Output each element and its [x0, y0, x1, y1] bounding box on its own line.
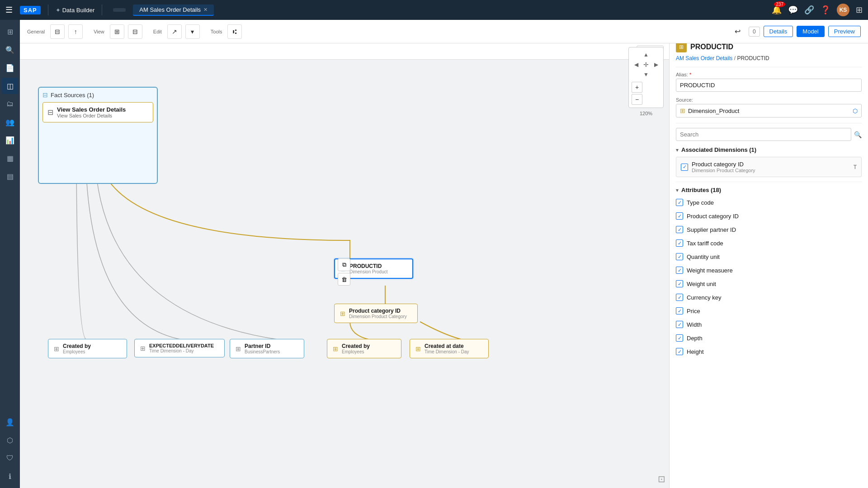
- source-field-text: Dimension_Product: [688, 108, 850, 114]
- grid-view-btn[interactable]: ⊟: [128, 24, 142, 39]
- attr-item[interactable]: ✓ Width: [676, 319, 862, 330]
- details-btn[interactable]: Details: [764, 26, 793, 37]
- attr-checkbox[interactable]: ✓: [676, 321, 683, 328]
- attr-item[interactable]: ✓ Price: [676, 305, 862, 316]
- partner-id-node[interactable]: ⊞ Partner ID BusinessPartners: [230, 339, 304, 358]
- sidebar-icon-home[interactable]: ⊞: [2, 23, 18, 40]
- breadcrumb-parent[interactable]: AM Sales Order Details: [676, 55, 732, 61]
- zero-badge[interactable]: 0: [749, 27, 760, 37]
- export-dropdown-btn[interactable]: ▾: [185, 24, 200, 39]
- attr-checkbox[interactable]: ✓: [676, 226, 683, 233]
- alias-field-row: Alias: *: [676, 72, 862, 92]
- sidebar-icon-info[interactable]: ℹ: [2, 468, 18, 484]
- attr-checkbox[interactable]: ✓: [676, 199, 683, 206]
- assoc-t-btn[interactable]: T: [854, 164, 857, 170]
- hamburger-menu[interactable]: ☰: [5, 5, 13, 15]
- product-category-node[interactable]: ⊞ Product category ID Dimension Product …: [334, 304, 418, 323]
- assoc-dimensions-section[interactable]: ▾ Associated Dimensions (1): [676, 146, 862, 153]
- minimap-icon[interactable]: ⊡: [658, 474, 665, 484]
- attr-checkbox[interactable]: ✓: [676, 253, 683, 260]
- topbar-active-tab[interactable]: AM Sales Order Details ✕: [133, 5, 214, 16]
- attr-item[interactable]: ✓ Type code: [676, 197, 862, 208]
- view-sales-order-card[interactable]: ⊟ View Sales Order Details View Sales Or…: [42, 102, 153, 122]
- zoom-out-btn[interactable]: −: [632, 94, 642, 105]
- attr-item[interactable]: ✓ Quantity unit: [676, 251, 862, 262]
- created-by2-title: Created by: [342, 343, 370, 349]
- sidebar-icon-db[interactable]: ◫: [2, 78, 18, 94]
- attr-checkbox[interactable]: ✓: [676, 348, 683, 355]
- user-avatar[interactable]: KS: [837, 4, 849, 16]
- assoc-checkbox[interactable]: ✓: [681, 164, 688, 171]
- alias-input[interactable]: [676, 79, 862, 92]
- assoc-item[interactable]: ✓ Product category ID Dimension Product …: [676, 157, 862, 177]
- nav-right[interactable]: ▶: [651, 60, 660, 69]
- preview-btn[interactable]: Preview: [828, 26, 861, 37]
- attr-item[interactable]: ✓ Currency key: [676, 292, 862, 303]
- attr-item[interactable]: ✓ Height: [676, 346, 862, 357]
- sidebar-icon-grid2[interactable]: ▦: [2, 150, 18, 166]
- sidebar-icon-users[interactable]: 👥: [2, 114, 18, 130]
- sidebar-icon-chart[interactable]: 📊: [2, 132, 18, 148]
- attr-checkbox[interactable]: ✓: [676, 294, 683, 301]
- export-btn[interactable]: ↗: [167, 24, 182, 39]
- nav-left[interactable]: ◀: [632, 60, 641, 69]
- attr-checkbox[interactable]: ✓: [676, 280, 683, 287]
- share-tools-btn[interactable]: ⑆: [227, 24, 242, 39]
- divider3: [676, 182, 862, 182]
- attr-item[interactable]: ✓ Product category ID: [676, 211, 862, 221]
- assoc-item-sub: Dimension Product Category: [692, 168, 850, 173]
- sidebar-icon-person[interactable]: 👤: [2, 414, 18, 430]
- hierarchy-btn[interactable]: ⊞: [110, 24, 124, 39]
- node-copy-btn[interactable]: ⧉: [338, 258, 350, 271]
- notifications[interactable]: 🔔 237: [772, 5, 782, 15]
- attr-item[interactable]: ✓ Weight measuere: [676, 265, 862, 276]
- chat-icon[interactable]: 💬: [788, 5, 798, 15]
- attr-checkbox[interactable]: ✓: [676, 307, 683, 314]
- expected-del-node[interactable]: ⊞ EXPECTEDDELIVERYDATE Time Dimension - …: [134, 339, 225, 357]
- sidebar-icon-search[interactable]: 🔍: [2, 42, 18, 58]
- attr-checkbox[interactable]: ✓: [676, 239, 683, 247]
- search-icon[interactable]: 🔍: [854, 131, 862, 138]
- source-link-icon[interactable]: ⬡: [853, 108, 858, 114]
- help-icon[interactable]: ❓: [821, 5, 830, 15]
- attr-checkbox[interactable]: ✓: [676, 267, 683, 274]
- share-icon[interactable]: 🔗: [804, 5, 814, 15]
- attr-checkbox[interactable]: ✓: [676, 334, 683, 342]
- created-by1-node[interactable]: ⊞ Created by Employees: [48, 339, 127, 358]
- attr-item[interactable]: ✓ Weight unit: [676, 278, 862, 289]
- toolbar-right: ↩ 0 Details Model Preview: [731, 24, 861, 39]
- zoom-in-btn[interactable]: +: [632, 82, 642, 93]
- attr-checkbox[interactable]: ✓: [676, 212, 683, 220]
- sidebar-icon-table[interactable]: ▤: [2, 168, 18, 184]
- attr-item[interactable]: ✓ Depth: [676, 333, 862, 343]
- attributes-section[interactable]: ▾ Attributes (18): [676, 187, 862, 193]
- table-btn[interactable]: ⊟: [50, 24, 65, 39]
- close-tab-icon[interactable]: ✕: [203, 7, 208, 13]
- sidebar-icon-docs[interactable]: 📄: [2, 60, 18, 76]
- sidebar-icon-share[interactable]: ⬡: [2, 432, 18, 448]
- nav-center[interactable]: ✛: [642, 60, 651, 69]
- node-actions: ⧉ 🗑: [338, 258, 350, 286]
- attr-item[interactable]: ✓ Tax tariff code: [676, 238, 862, 249]
- created-by2-node[interactable]: ⊞ Created by Employees: [327, 339, 401, 358]
- sidebar-icon-shield[interactable]: 🛡: [2, 450, 18, 466]
- grid-icon[interactable]: ⊞: [856, 5, 863, 15]
- nav-up[interactable]: ▲: [642, 50, 651, 59]
- topbar-unnamed-tab[interactable]: [113, 8, 126, 12]
- attr-item[interactable]: ✓ Supplier partner ID: [676, 224, 862, 235]
- assoc-item-text: Product category ID Dimension Product Ca…: [692, 161, 850, 173]
- attr-chevron-icon: ▾: [676, 187, 679, 193]
- product-category-sub: Dimension Product Category: [349, 314, 407, 319]
- secondary-toolbar: General ⊟ ↑ View ⊞ ⊟ Edit ↗ ▾ Tools ⑆ ↩ …: [20, 20, 868, 43]
- search-input[interactable]: [676, 128, 851, 141]
- productid-node-sub: Dimension Product: [349, 269, 387, 274]
- node-delete-btn[interactable]: 🗑: [338, 273, 350, 286]
- sidebar-icon-layers[interactable]: 🗂: [2, 96, 18, 112]
- tools-group: Tools ⑆: [211, 24, 242, 39]
- arrow-btn[interactable]: ↑: [68, 24, 83, 39]
- assoc-chevron-icon: ▾: [676, 147, 679, 153]
- created-at-node[interactable]: ⊞ Created at date Time Dimension - Day: [410, 339, 489, 358]
- undo-btn[interactable]: ↩: [731, 24, 745, 39]
- model-btn[interactable]: Model: [797, 26, 824, 37]
- nav-down[interactable]: ▼: [642, 70, 651, 79]
